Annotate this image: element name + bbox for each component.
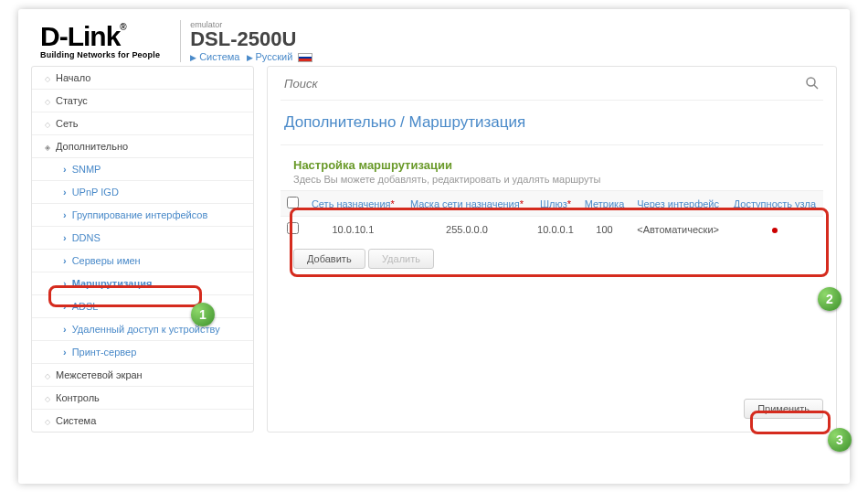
- col-dest: Сеть назначения*: [304, 191, 402, 217]
- sidebar-item-print[interactable]: Принт-сервер: [32, 341, 253, 364]
- search-input[interactable]: [284, 77, 805, 91]
- cell-metric: 100: [579, 217, 630, 242]
- sidebar-item-remote[interactable]: Удаленный доступ к устройству: [32, 318, 253, 341]
- search-bar: [281, 67, 823, 101]
- col-mask: Маска сети назначения*: [402, 191, 532, 217]
- row-checkbox[interactable]: [287, 222, 299, 234]
- apply-button[interactable]: Применить: [744, 399, 823, 419]
- col-metric: Метрика: [579, 191, 630, 217]
- section-title: Настройка маршрутизации: [281, 145, 823, 174]
- sidebar-item-control[interactable]: Контроль: [32, 387, 253, 410]
- brand-logo: D-Link® Building Networks for People: [40, 23, 160, 59]
- select-all-checkbox[interactable]: [287, 197, 299, 208]
- sidebar-item-status[interactable]: Статус: [32, 90, 253, 112]
- search-icon[interactable]: [805, 76, 820, 91]
- table-row[interactable]: 10.0.10.1 255.0.0.0 10.0.0.1 100 <Автома…: [281, 217, 823, 242]
- sidebar-item-upnp[interactable]: UPnP IGD: [32, 181, 253, 204]
- sidebar-item-dns[interactable]: Серверы имен: [32, 250, 253, 272]
- flag-ru-icon: [298, 53, 312, 62]
- divider: [180, 20, 181, 62]
- sidebar-item-firewall[interactable]: Межсетевой экран: [32, 364, 253, 387]
- sidebar-item-system[interactable]: Система: [32, 410, 253, 432]
- col-iface: Через интерфейс: [630, 191, 726, 217]
- cell-gw: 10.0.0.1: [532, 217, 579, 242]
- cell-dest: 10.0.10.1: [304, 217, 402, 242]
- sidebar-item-snmp[interactable]: SNMP: [32, 158, 253, 181]
- svg-point-0: [807, 78, 815, 86]
- sidebar-item-network[interactable]: Сеть: [32, 112, 253, 135]
- sidebar-item-adsl[interactable]: ADSL: [32, 295, 253, 318]
- cell-mask: 255.0.0.0: [402, 217, 532, 242]
- page-title: Дополнительно / Маршрутизация: [281, 101, 823, 145]
- add-button[interactable]: Добавить: [293, 249, 365, 269]
- routing-table: Сеть назначения* Маска сети назначения* …: [281, 190, 823, 241]
- col-gw: Шлюз*: [532, 191, 579, 217]
- cell-iface: <Автоматически>: [630, 217, 726, 242]
- svg-line-1: [814, 85, 818, 89]
- breadcrumb[interactable]: ▶Система ▶Русский: [190, 51, 312, 62]
- cell-avail: [726, 217, 823, 242]
- sidebar-item-ddns[interactable]: DDNS: [32, 227, 253, 250]
- delete-button[interactable]: Удалить: [368, 249, 434, 269]
- status-dot-icon: [772, 228, 778, 233]
- sidebar-item-routing[interactable]: Маршрутизация: [32, 272, 253, 295]
- sidebar-item-iface-group[interactable]: Группирование интерфейсов: [32, 204, 253, 227]
- header: D-Link® Building Networks for People emu…: [18, 9, 850, 66]
- sidebar-item-start[interactable]: Начало: [32, 67, 253, 90]
- sidebar-item-advanced[interactable]: Дополнительно: [32, 135, 253, 158]
- model-block: emulator DSL-2500U ▶Система ▶Русский: [190, 20, 312, 62]
- content-panel: Дополнительно / Маршрутизация Настройка …: [267, 66, 837, 433]
- sidebar: Начало Статус Сеть Дополнительно SNMP UP…: [31, 66, 254, 433]
- section-desc: Здесь Вы можете добавлять, редактировать…: [281, 174, 823, 190]
- col-avail: Доступность узла: [726, 191, 823, 217]
